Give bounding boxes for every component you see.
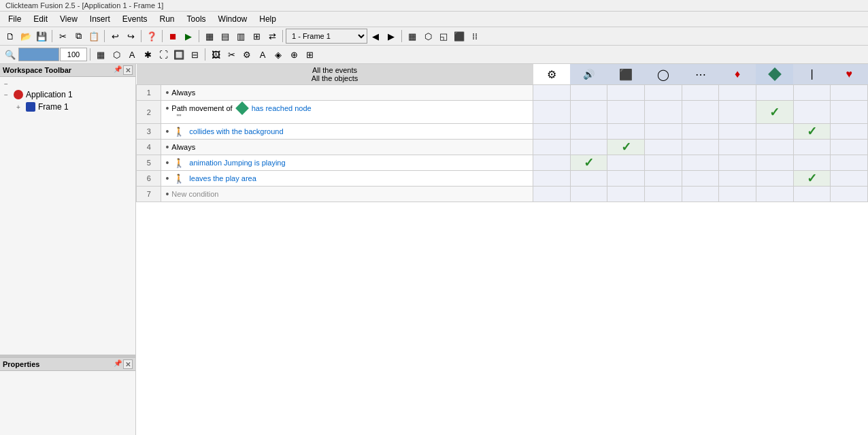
btn-extra3[interactable]: ◱ — [436, 29, 451, 44]
condition-cell-3[interactable]: • 🚶 collides with the background — [161, 124, 533, 140]
action-6-1[interactable] — [533, 171, 571, 187]
tree-item-app[interactable]: − Application 1 — [3, 88, 133, 101]
layout-btn5[interactable]: ⇄ — [265, 29, 280, 44]
menu-events[interactable]: Events — [117, 13, 153, 25]
action-3-7[interactable] — [756, 124, 793, 140]
action-col-8[interactable]: | — [793, 64, 831, 85]
layout-btn4[interactable]: ⊞ — [249, 29, 264, 44]
tool-btn1[interactable]: ▦ — [93, 47, 108, 62]
btn-extra4[interactable]: ⬛ — [452, 29, 467, 44]
action-col-5[interactable]: ⋯ — [682, 64, 719, 85]
copy-button[interactable]: ⧉ — [71, 29, 86, 44]
action-4-1[interactable] — [533, 140, 571, 155]
action-7-8[interactable] — [793, 187, 831, 202]
menu-file[interactable]: File — [3, 13, 27, 25]
action-6-7[interactable] — [756, 171, 793, 187]
btn-extra2[interactable]: ⬡ — [420, 29, 435, 44]
action-5-3[interactable] — [607, 155, 645, 171]
action-6-5[interactable] — [682, 171, 719, 187]
tool-btn7[interactable]: ⊟ — [187, 47, 202, 62]
tool-btn9[interactable]: ✂ — [224, 47, 239, 62]
action-1-6[interactable] — [719, 85, 756, 101]
action-7-1[interactable] — [533, 187, 571, 202]
event-sheet[interactable]: All the events All the objects ⚙ 🔊 ⬛ ◯ — [136, 64, 868, 435]
path-movement-link[interactable]: has reached node — [252, 104, 312, 112]
menu-insert[interactable]: Insert — [84, 13, 116, 25]
action-3-5[interactable] — [682, 124, 719, 140]
action-7-4[interactable] — [645, 187, 682, 202]
action-1-2[interactable] — [570, 85, 607, 101]
action-1-9[interactable] — [831, 85, 868, 101]
redo-button[interactable]: ↪ — [123, 29, 138, 44]
menu-window[interactable]: Window — [213, 13, 253, 25]
action-5-6[interactable] — [719, 155, 756, 171]
action-2-8[interactable] — [793, 101, 831, 124]
paste-button[interactable]: 📋 — [86, 29, 101, 44]
action-col-1[interactable]: ⚙ — [533, 64, 571, 85]
action-4-7[interactable] — [756, 140, 793, 155]
menu-run[interactable]: Run — [154, 13, 180, 25]
action-3-6[interactable] — [719, 124, 756, 140]
action-col-2[interactable]: 🔊 — [570, 64, 607, 85]
action-1-5[interactable] — [682, 85, 719, 101]
tool-btn11[interactable]: A — [255, 47, 270, 62]
action-2-4[interactable] — [645, 101, 682, 124]
leaves-link[interactable]: leaves the play area — [189, 174, 256, 182]
tool-btn6[interactable]: 🔲 — [171, 47, 186, 62]
action-6-3[interactable] — [607, 171, 645, 187]
tool-btn8[interactable]: 🖼 — [208, 47, 223, 62]
action-5-2[interactable]: ✓ — [570, 155, 607, 171]
action-5-8[interactable] — [793, 155, 831, 171]
tool-btn5[interactable]: ⛶ — [156, 47, 171, 62]
action-7-3[interactable] — [607, 187, 645, 202]
btn-extra1[interactable]: ▦ — [405, 29, 420, 44]
action-5-5[interactable] — [682, 155, 719, 171]
action-1-1[interactable] — [533, 85, 571, 101]
action-6-4[interactable] — [645, 171, 682, 187]
tool-btn12[interactable]: ◈ — [271, 47, 286, 62]
tool-btn4[interactable]: ✱ — [140, 47, 155, 62]
action-6-6[interactable] — [719, 171, 756, 187]
action-7-9[interactable] — [831, 187, 868, 202]
cut-button[interactable]: ✂ — [55, 29, 70, 44]
condition-cell-6[interactable]: • 🚶 leaves the play area — [161, 171, 533, 187]
condition-cell-1[interactable]: • Always — [161, 85, 533, 101]
tree-item-root[interactable]: − — [3, 80, 133, 88]
menu-view[interactable]: View — [54, 13, 83, 25]
action-3-1[interactable] — [533, 124, 571, 140]
action-col-4[interactable]: ◯ — [645, 64, 682, 85]
action-4-3[interactable]: ✓ — [607, 140, 645, 155]
action-5-1[interactable] — [533, 155, 571, 171]
tool-btn14[interactable]: ⊞ — [302, 47, 317, 62]
layout-btn3[interactable]: ▥ — [233, 29, 248, 44]
condition-cell-2[interactable]: • Path movement of has reached node "" — [161, 101, 533, 124]
action-7-7[interactable] — [756, 187, 793, 202]
new-button[interactable]: 🗋 — [3, 29, 18, 44]
action-6-9[interactable] — [831, 171, 868, 187]
action-5-9[interactable] — [831, 155, 868, 171]
action-6-8[interactable]: ✓ — [793, 171, 831, 187]
action-2-1[interactable] — [533, 101, 571, 124]
collides-link[interactable]: collides with the background — [189, 127, 283, 135]
action-4-6[interactable] — [719, 140, 756, 155]
tool-btn10[interactable]: ⚙ — [239, 47, 254, 62]
action-col-9[interactable]: ♥ — [831, 64, 868, 85]
condition-cell-7[interactable]: • New condition — [161, 187, 533, 202]
action-7-6[interactable] — [719, 187, 756, 202]
action-2-7[interactable]: ✓ — [756, 101, 793, 124]
action-4-5[interactable] — [682, 140, 719, 155]
action-3-4[interactable] — [645, 124, 682, 140]
layout-btn2[interactable]: ▤ — [218, 29, 233, 44]
help-button[interactable]: ❓ — [144, 29, 159, 44]
tool-btn3[interactable]: A — [124, 47, 139, 62]
frame-selector[interactable]: 1 - Frame 1 — [286, 29, 367, 44]
action-4-9[interactable] — [831, 140, 868, 155]
action-2-9[interactable] — [831, 101, 868, 124]
action-col-6[interactable]: ♦ — [719, 64, 756, 85]
action-2-6[interactable] — [719, 101, 756, 124]
action-7-2[interactable] — [570, 187, 607, 202]
action-5-7[interactable] — [756, 155, 793, 171]
tree-item-frame[interactable]: + Frame 1 — [3, 101, 133, 113]
action-7-5[interactable] — [682, 187, 719, 202]
action-1-8[interactable] — [793, 85, 831, 101]
